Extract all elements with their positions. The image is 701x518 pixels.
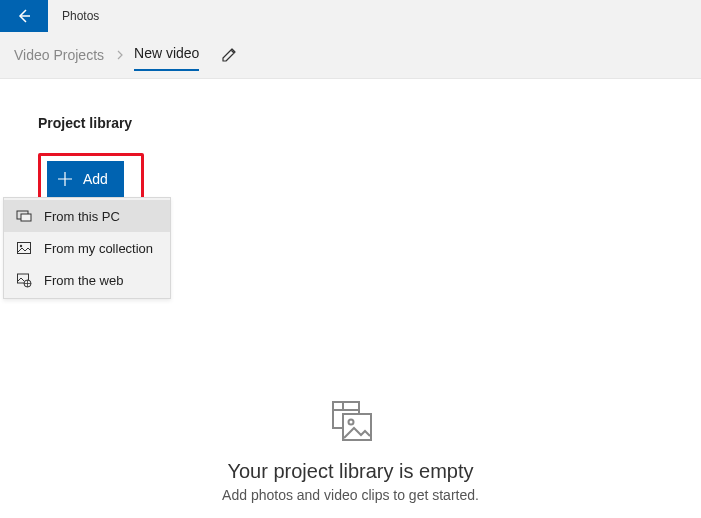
menu-item-label: From my collection	[44, 241, 153, 256]
content-area: Project library Add	[0, 79, 701, 205]
pc-icon	[16, 208, 32, 224]
web-icon	[16, 272, 32, 288]
menu-item-label: From the web	[44, 273, 123, 288]
breadcrumb: Video Projects New video	[0, 32, 701, 79]
breadcrumb-parent[interactable]: Video Projects	[12, 47, 106, 63]
svg-rect-1	[21, 214, 31, 221]
breadcrumb-current[interactable]: New video	[134, 45, 199, 71]
menu-item-from-pc[interactable]: From this PC	[4, 200, 170, 232]
empty-title: Your project library is empty	[151, 460, 551, 483]
empty-state: Your project library is empty Add photos…	[151, 400, 551, 503]
svg-point-3	[20, 245, 22, 247]
section-title: Project library	[38, 115, 701, 131]
add-menu: From this PC From my collection From the…	[3, 197, 171, 299]
add-button-label: Add	[83, 171, 108, 187]
menu-item-from-collection[interactable]: From my collection	[4, 232, 170, 264]
edit-icon[interactable]	[221, 47, 237, 63]
menu-item-from-web[interactable]: From the web	[4, 264, 170, 296]
image-icon	[16, 240, 32, 256]
empty-library-icon	[151, 400, 551, 444]
menu-item-label: From this PC	[44, 209, 120, 224]
back-button[interactable]	[0, 0, 48, 32]
title-bar: Photos	[0, 0, 701, 32]
chevron-right-icon	[116, 50, 124, 60]
add-button[interactable]: Add	[47, 161, 124, 197]
back-arrow-icon	[16, 8, 32, 24]
plus-icon	[57, 171, 73, 187]
app-title: Photos	[62, 9, 99, 23]
empty-subtitle: Add photos and video clips to get starte…	[151, 487, 551, 503]
